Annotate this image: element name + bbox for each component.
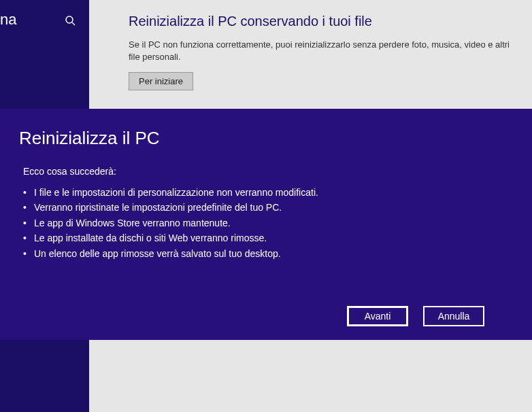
svg-line-1 (72, 22, 75, 25)
refresh-pc-description: Se il PC non funziona correttamente, puo… (129, 39, 518, 63)
search-icon[interactable] (65, 15, 76, 26)
next-button[interactable]: Avanti (347, 306, 408, 326)
list-item: Le app installate da dischi o siti Web v… (23, 230, 513, 245)
content-lower (89, 340, 532, 412)
sidebar-lower (0, 340, 89, 412)
dialog-subtitle: Ecco cosa succederà: (23, 166, 513, 177)
list-item: I file e le impostazioni di personalizza… (23, 185, 513, 200)
dialog-title: Reinizializza il PC (19, 128, 513, 149)
settings-content: Reinizializza il PC conservando i tuoi f… (89, 0, 532, 109)
get-started-button[interactable]: Per iniziare (129, 72, 193, 90)
refresh-pc-dialog: Reinizializza il PC Ecco cosa succederà:… (0, 109, 532, 340)
refresh-pc-title: Reinizializza il PC conservando i tuoi f… (129, 14, 518, 29)
dialog-info-list: I file e le impostazioni di personalizza… (23, 185, 513, 261)
list-item: Un elenco delle app rimosse verrà salvat… (23, 246, 513, 261)
list-item: Le app di Windows Store verranno mantenu… (23, 216, 513, 230)
cancel-button[interactable]: Annulla (423, 306, 484, 326)
list-item: Verranno ripristinate le impostazioni pr… (23, 200, 513, 215)
sidebar-label-fragment: na (0, 11, 16, 29)
svg-point-0 (66, 16, 73, 23)
dialog-button-row: Avanti Annulla (347, 306, 484, 326)
